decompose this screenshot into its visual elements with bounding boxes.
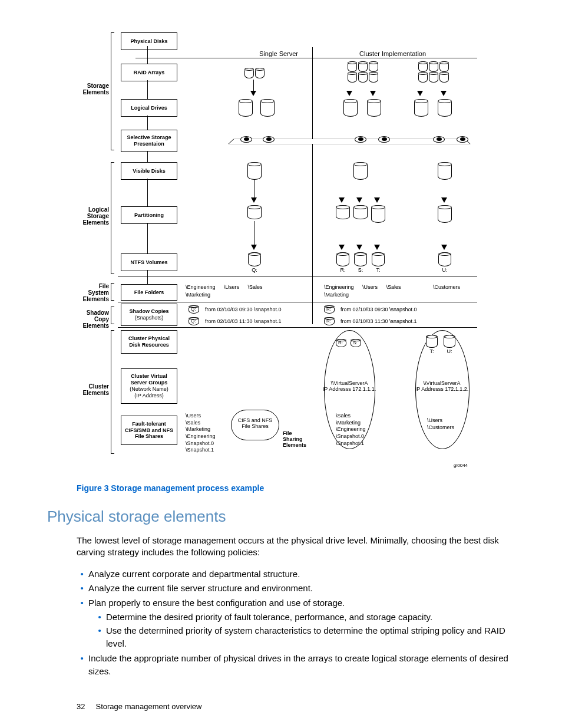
partition-icon <box>438 205 452 223</box>
arrow-icon <box>417 91 423 96</box>
logical-drive-icon <box>260 99 275 117</box>
cluster-disk-icon: R: <box>336 339 346 347</box>
ssp-disk-icon <box>240 136 252 143</box>
logical-drive-icon <box>438 99 452 117</box>
brace-logical <box>111 162 114 274</box>
arrow-icon <box>374 245 380 250</box>
snapshot-text-1: from 02/10/03 11:30 \snapshot.1 <box>340 318 417 324</box>
footer-title: Storage management overview <box>96 702 202 711</box>
snapshot-text-1: from 02/10/03 11:30 \snapshot.1 <box>205 318 282 324</box>
disk-icon <box>418 72 428 83</box>
logical-drive-icon <box>414 99 428 117</box>
folders-cluster-left-2: \Marketing <box>324 292 356 298</box>
arrow-icon <box>356 245 362 250</box>
arrow-icon <box>441 197 447 203</box>
snapshot-text-0: from 02/10/03 09:30 \snapshot.0 <box>340 307 417 312</box>
header-rule <box>135 58 477 58</box>
rule <box>118 327 477 328</box>
disk-icon <box>358 72 368 83</box>
snapshot-text-0: from 02/10/03 09:30 \snapshot.0 <box>205 307 282 312</box>
disk-icon <box>358 61 368 72</box>
arrow-icon <box>339 245 345 250</box>
box-shadow-copies: Shadow Copies(Snapshots) <box>121 304 177 326</box>
ssp-disk-icon <box>378 136 390 143</box>
shares-single: \Users \Sales \Marketing \Engineering \S… <box>186 413 216 454</box>
list-item: Determine the desired priority of fault … <box>106 611 515 624</box>
shadow-copy-label: Shadow CopyElements <box>71 309 109 329</box>
cluster-header: Cluster Implementation <box>359 50 426 57</box>
box-ssp: Selective Storage Presentaion <box>121 130 177 152</box>
rule <box>118 276 477 276</box>
arrow-icon <box>441 91 447 96</box>
storage-elements-label: StorageElements <box>77 83 109 95</box>
folders-cluster-right: \Customers <box>433 284 467 290</box>
folders-single: \Engineering \Users \Sales <box>186 284 270 290</box>
cifs-nfs-label: CIFS and NFSFile Shares <box>220 417 290 429</box>
folders-single-2: \Marketing <box>186 292 217 298</box>
box-logical-drives: Logical Drives <box>121 99 177 117</box>
logical-drive-icon <box>367 99 381 117</box>
volume-t: T: <box>372 252 385 266</box>
list-item: Analyze current corporate and department… <box>88 568 515 581</box>
logical-drive-icon <box>239 99 253 117</box>
policies-list: Analyze current corporate and department… <box>77 568 515 678</box>
shares-cluster-left: \Sales \Marketing \Engineering \Snapshot… <box>336 413 366 447</box>
brace-shadow <box>111 307 114 324</box>
file-sharing-label: FileSharingElements <box>283 430 306 448</box>
visible-disk-icon <box>353 162 368 180</box>
arrow-icon <box>251 197 257 203</box>
arrow-icon <box>441 245 447 250</box>
volume-q: Q: <box>248 252 261 266</box>
arrow-icon <box>251 245 257 250</box>
inner-list: Determine the desired priority of fault … <box>88 611 515 651</box>
cluster-elements-label: ClusterElements <box>77 383 109 396</box>
box-ft-shares: Fault-tolerant CIFS/SMB and NFS File Sha… <box>121 416 177 445</box>
disk-icon <box>429 72 438 83</box>
cluster-disk-icon: U: <box>444 335 455 348</box>
box-visible-disks: Visible Disks <box>121 162 177 180</box>
disk-icon <box>369 61 378 72</box>
arrow-icon <box>250 91 256 96</box>
arrow-icon <box>346 91 352 96</box>
visible-disk-icon <box>247 162 262 180</box>
box-cluster-disk: Cluster Physical Disk Resources <box>121 330 177 354</box>
disk-icon <box>429 61 438 72</box>
arrow-icon <box>339 197 345 203</box>
arrow-icon <box>356 197 362 203</box>
visible-disk-icon <box>438 162 452 180</box>
rule <box>118 302 477 302</box>
partition-icon <box>247 205 262 219</box>
box-file-folders: File Folders <box>121 284 177 301</box>
section-heading: Physical storage elements <box>47 508 515 526</box>
list-item: Use the determined priority of system ch… <box>106 624 515 651</box>
col-divider <box>312 47 313 324</box>
shares-cluster-right: \Users \Customers <box>427 417 454 431</box>
page: Single Server Cluster Implementation Sto… <box>0 0 562 728</box>
volume-r: R: <box>336 252 349 266</box>
arrow-icon <box>370 91 376 96</box>
arrow-icon <box>374 197 380 203</box>
virtual-server-a: \\VirtualServerA IP Addresss 172.1.1.1. <box>314 380 385 392</box>
box-physical-disks: Physical Disks <box>121 32 177 50</box>
list-item: Analyze the current file server structur… <box>88 582 515 595</box>
list-item: Plan properly to ensure the best configu… <box>88 597 515 651</box>
snapshot-disk-icon: R: <box>324 305 335 314</box>
page-footer: 32 Storage management overview <box>77 702 515 711</box>
figure-caption: Figure 3 Storage management process exam… <box>77 483 515 493</box>
intro-paragraph: The lowest level of storage management o… <box>77 535 515 559</box>
volume-s: S: <box>354 252 367 266</box>
disk-icon <box>439 72 449 83</box>
volume-u: U: <box>438 252 451 266</box>
box-raid-arrays: RAID Arrays <box>121 64 177 81</box>
snapshot-disk-icon: Q: <box>189 317 199 325</box>
ssp-disk-icon <box>433 136 445 143</box>
logical-storage-label: LogicalStorageElements <box>77 206 109 226</box>
disk-icon <box>348 61 357 72</box>
brace-fs <box>111 283 114 301</box>
disk-icon <box>255 68 265 78</box>
snapshot-disk-icon: Q: <box>189 305 199 314</box>
single-server-header: Single Server <box>259 50 298 57</box>
box-partitioning: Partitioning <box>121 206 177 224</box>
disk-icon <box>244 68 254 78</box>
ssp-disk-icon <box>355 136 366 143</box>
